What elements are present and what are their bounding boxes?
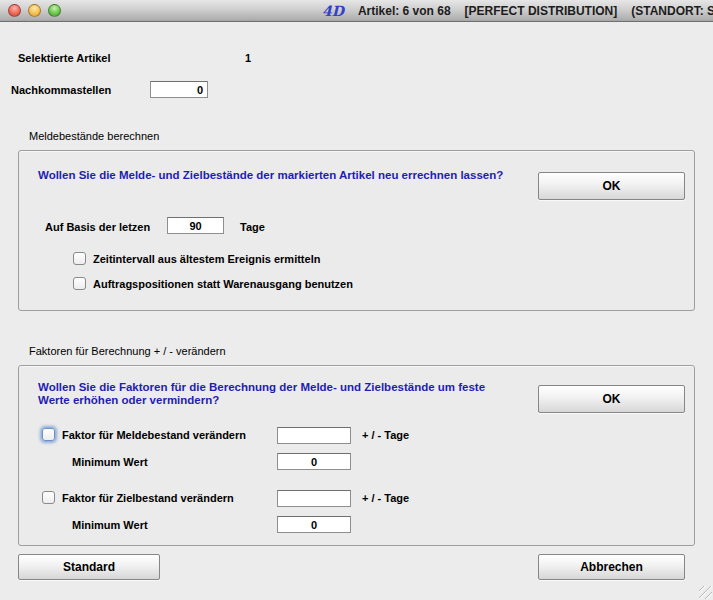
4d-app-icon: 4D xyxy=(322,3,344,19)
minimum-wert-input-2[interactable] xyxy=(277,516,351,533)
factor-meldebestand-label: Faktor für Meldebestand verändern xyxy=(62,429,246,441)
zoom-button[interactable] xyxy=(48,4,61,17)
factor-meldebestand-unit: + / - Tage xyxy=(362,429,409,441)
minimum-wert-label-1: Minimum Wert xyxy=(72,456,148,468)
resize-grip-icon[interactable] xyxy=(699,586,712,599)
basis-label: Auf Basis der letzen xyxy=(45,221,150,233)
window-title: 4D Artikel: 6 von 68 [PERFECT DISTRIBUTI… xyxy=(322,0,713,22)
dialog-window: 4D Artikel: 6 von 68 [PERFECT DISTRIBUTI… xyxy=(0,0,713,600)
basis-days-input[interactable] xyxy=(167,217,224,234)
selected-articles-value: 1 xyxy=(245,52,251,64)
group2-title: Faktoren für Berechnung + / - verändern xyxy=(29,345,226,357)
minimize-button[interactable] xyxy=(28,4,41,17)
title-bar[interactable]: 4D Artikel: 6 von 68 [PERFECT DISTRIBUTI… xyxy=(0,0,713,22)
group2-question: Wollen Sie die Faktoren für die Berechnu… xyxy=(38,381,513,407)
factor-meldebestand-checkbox[interactable] xyxy=(42,428,55,441)
factor-zielbestand-checkbox[interactable] xyxy=(42,491,55,504)
factor-zielbestand-label: Faktor für Zielbestand verändern xyxy=(62,492,234,504)
selected-articles-label: Selektierte Artikel xyxy=(18,52,111,64)
group1-title: Meldebestände berechnen xyxy=(29,130,159,142)
interval-from-oldest-label: Zeitintervall aus ältestem Ereignis ermi… xyxy=(93,253,320,265)
factor-zielbestand-input[interactable] xyxy=(277,490,351,507)
order-positions-label: Auftragspositionen statt Warenausgang be… xyxy=(93,278,353,290)
minimum-wert-input-1[interactable] xyxy=(277,453,351,470)
window-title-company: [PERFECT DISTRIBUTION] xyxy=(465,4,618,18)
window-title-location: (STANDORT: STORE) xyxy=(631,4,713,18)
interval-from-oldest-checkbox[interactable] xyxy=(73,252,86,265)
order-positions-checkbox[interactable] xyxy=(73,277,86,290)
factor-zielbestand-unit: + / - Tage xyxy=(362,492,409,504)
cancel-button[interactable]: Abbrechen xyxy=(538,554,685,580)
decimals-label: Nachkommastellen xyxy=(11,84,111,96)
basis-unit-label: Tage xyxy=(240,221,265,233)
group1-question: Wollen Sie die Melde- und Zielbestände d… xyxy=(38,169,528,182)
decimals-input[interactable] xyxy=(150,81,208,98)
group1-ok-button[interactable]: OK xyxy=(538,172,685,200)
factor-meldebestand-input[interactable] xyxy=(277,427,351,444)
minimum-wert-label-2: Minimum Wert xyxy=(72,519,148,531)
close-button[interactable] xyxy=(8,4,21,17)
standard-button[interactable]: Standard xyxy=(18,554,160,580)
group2-ok-button[interactable]: OK xyxy=(538,385,685,413)
window-title-main: Artikel: 6 von 68 xyxy=(358,4,451,18)
